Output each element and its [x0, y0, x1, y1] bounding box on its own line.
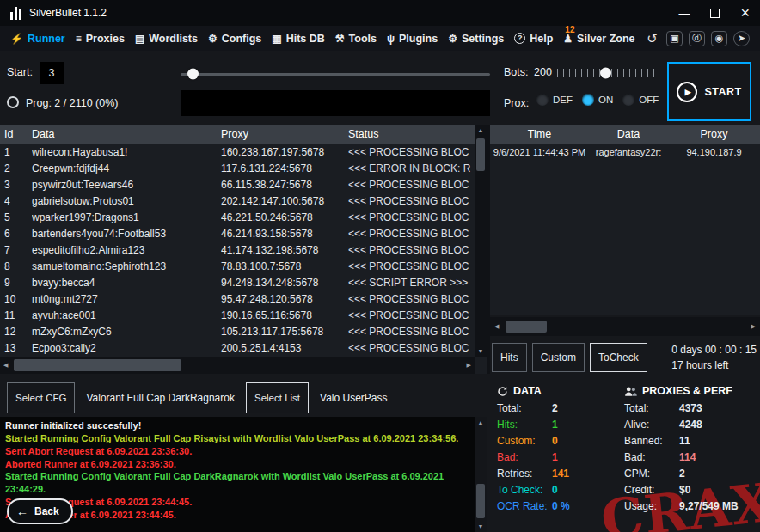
stat-row: Retries:141 [497, 466, 570, 482]
stat-label: Custom: [497, 433, 549, 449]
titlebar: SilverBullet 1.1.2 — × [0, 0, 760, 26]
tab-custom[interactable]: Custom [532, 343, 585, 372]
result-row[interactable]: 6bartenders4you74:Football5346.214.93.15… [0, 225, 475, 242]
results-vscrollbar[interactable]: ▲ ▼ [475, 125, 487, 357]
prox-radio-def[interactable]: DEF [536, 94, 573, 106]
scroll-up-icon[interactable]: ▲ [475, 127, 487, 133]
log-line: Aborted Runner at 6.09.2021 23:44:45. [5, 509, 472, 522]
log-scrollbar[interactable]: ▲ ▼ [475, 417, 487, 532]
scroll-left-icon[interactable]: ◀ [494, 323, 499, 330]
menu-item-silver-zone[interactable]: ♟12Silver Zone [563, 33, 634, 45]
prox-radio-off[interactable]: OFF [622, 94, 659, 106]
hits-hscrollbar[interactable]: ◀ ▶ [490, 317, 760, 336]
result-row[interactable]: 1wilrecon:Hayabusa1!160.238.167.197:5678… [0, 144, 475, 160]
radio-dot [536, 94, 549, 106]
menu-item-proxies[interactable]: ≡Proxies [76, 33, 125, 45]
start-slider[interactable] [181, 67, 490, 81]
col-header-proxy[interactable]: Proxy [221, 128, 348, 140]
app-icon [10, 7, 21, 20]
result-row[interactable]: 3psywirz0ut:Teewars4666.115.38.247:5678<… [0, 176, 475, 193]
menu-item-plugins[interactable]: ψPlugins [387, 33, 438, 45]
scroll-up-icon[interactable]: ▲ [475, 419, 487, 425]
maximize-button[interactable] [710, 9, 720, 18]
discord-icon[interactable]: ⓓ [689, 31, 705, 46]
result-cell-status: <<< PROCESSING BLOC [348, 179, 475, 191]
prox-radio-on[interactable]: ON [582, 94, 613, 106]
col-header-id[interactable]: Id [4, 128, 32, 140]
stat-label: Bad: [624, 449, 676, 466]
config-name: Valorant Full Cap DarkRagnarok [86, 392, 235, 404]
stat-row: Alive:4248 [624, 417, 739, 433]
start-label: Start: [7, 66, 33, 78]
timer: 0 days 00 : 00 : 15 17 hours left [671, 342, 758, 373]
silver-zone-badge: 12 [565, 25, 574, 34]
progress-icon [7, 96, 19, 108]
radio-dot [622, 94, 634, 106]
result-cell-data: wilrecon:Hayabusa1! [32, 146, 221, 158]
menu-item-configs[interactable]: ⚙Configs [208, 33, 261, 45]
result-row[interactable]: 5wparker1997:Dragons146.221.50.246:5678<… [0, 209, 475, 225]
vscroll-thumb[interactable] [476, 138, 485, 171]
scroll-down-icon[interactable]: ▼ [475, 348, 487, 354]
select-cfg-button[interactable]: Select CFG [7, 382, 75, 413]
gallery-icon[interactable]: ◉ [711, 31, 727, 46]
history-icon[interactable]: ↺ [644, 31, 660, 46]
col-header-hit-data[interactable]: Data [589, 128, 668, 140]
log-line: Aborted Runner at 6.09.2021 23:36:30. [5, 458, 472, 471]
menu-item-label: Wordlists [149, 33, 198, 45]
menu-item-settings[interactable]: ⚙Settings [448, 33, 504, 45]
minimize-button[interactable]: — [678, 8, 690, 19]
back-arrow-icon: ← [16, 505, 28, 517]
hscroll-thumb[interactable] [506, 321, 547, 333]
result-row[interactable]: 10mt0ng:mt272795.47.248.120:5678<<< PROC… [0, 290, 475, 307]
camera-icon[interactable]: ▣ [666, 31, 683, 46]
col-header-status[interactable]: Status [348, 128, 475, 140]
result-row[interactable]: 13Ecpoo3:cally2200.5.251.4:4153<<< PROCE… [0, 339, 475, 356]
result-row[interactable]: 9bvayy:becca494.248.134.248:5678<<< SCRI… [0, 274, 475, 290]
scroll-down-icon[interactable]: ▼ [475, 523, 487, 529]
start-button[interactable]: ▶ START [667, 62, 751, 121]
tab-tocheck[interactable]: ToCheck [590, 343, 647, 372]
menu-item-hits-db[interactable]: ▦Hits DB [272, 33, 325, 45]
menu-item-label: Tools [349, 33, 377, 45]
tab-hits[interactable]: Hits [492, 343, 527, 372]
result-row[interactable]: 4gabrielsotow:Protos01202.142.147.100:56… [0, 193, 475, 209]
start-input[interactable]: 3 [40, 62, 64, 84]
result-row[interactable]: 8samueltomaino:Sephiroth12378.83.100.7:5… [0, 258, 475, 274]
wordlist-name: Valo UserPass [320, 392, 387, 404]
close-button[interactable]: × [740, 5, 750, 21]
menu-item-help[interactable]: ?Help [514, 33, 553, 45]
stat-label: OCR Rate: [497, 498, 549, 515]
stat-value: 2 [679, 468, 685, 480]
col-header-data[interactable]: Data [32, 128, 221, 140]
menu-item-label: Proxies [86, 33, 125, 45]
result-row[interactable]: 11ayvuh:ace001190.16.65.116:5678<<< PROC… [0, 307, 475, 323]
scroll-right-icon[interactable]: ▶ [751, 323, 756, 330]
hit-row[interactable]: 9/6/2021 11:44:43 PMragefantasy22r:94.19… [490, 144, 760, 160]
col-header-hit-proxy[interactable]: Proxy [668, 128, 760, 140]
result-row[interactable]: 2Creepwn:fdjfdj44117.6.131.224:5678<<< E… [0, 160, 475, 176]
col-header-time[interactable]: Time [490, 128, 589, 140]
stat-value: 114 [679, 451, 696, 463]
result-cell-id: 3 [4, 179, 32, 191]
menu-item-wordlists[interactable]: ▤Wordlists [135, 33, 198, 45]
results-hscrollbar[interactable]: ◀ ▶ [0, 357, 475, 374]
bots-slider[interactable] [557, 65, 654, 81]
menu-item-runner[interactable]: ⚡Runner [10, 33, 65, 45]
scroll-right-icon[interactable]: ▶ [467, 362, 471, 369]
telegram-icon[interactable]: ➤ [733, 31, 750, 46]
bots-slider-thumb[interactable] [600, 68, 611, 79]
proxy-stats-header: PROXIES & PERF [624, 385, 739, 397]
scroll-left-icon[interactable]: ◀ [3, 362, 8, 369]
start-slider-thumb[interactable] [187, 69, 199, 80]
hscroll-thumb[interactable] [14, 359, 181, 371]
result-row[interactable]: 12mZxyC6:mZxyC6105.213.117.175:5678<<< P… [0, 323, 475, 339]
result-row[interactable]: 7espeditofilho2:Almira12341.174.132.198:… [0, 242, 475, 258]
result-cell-data: mZxyC6:mZxyC6 [32, 326, 221, 338]
select-list-button[interactable]: Select List [246, 382, 309, 413]
back-button[interactable]: ← Back [7, 498, 73, 524]
results-header: Id Data Proxy Status [0, 125, 475, 144]
refresh-icon [497, 386, 508, 397]
vscroll-thumb[interactable] [476, 484, 485, 518]
menu-item-tools[interactable]: ⚒Tools [335, 33, 377, 45]
